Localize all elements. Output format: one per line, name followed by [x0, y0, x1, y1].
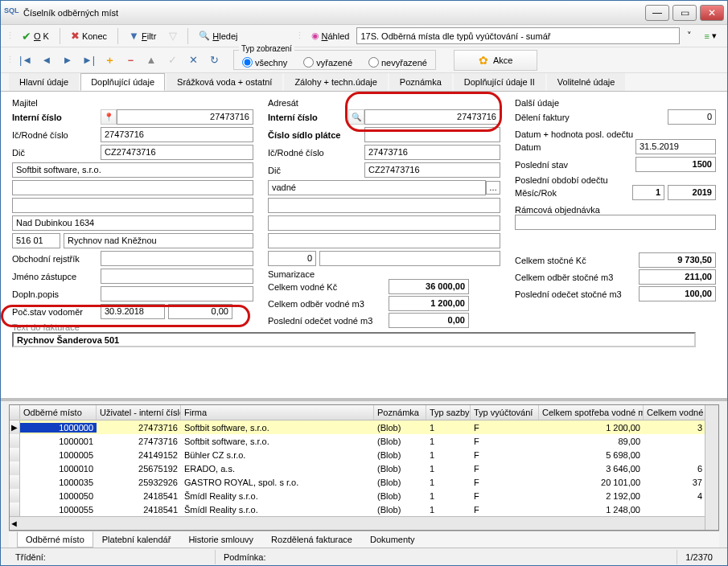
titlebar: SQL Číselník odběrných míst — ▭ ✕: [1, 1, 727, 25]
grid-tabs: Odběrné místo Platební kalendář Historie…: [9, 531, 719, 548]
filter-icon: ▼: [129, 30, 139, 42]
adresat-blank-4[interactable]: [319, 251, 500, 266]
btab-rozdelena[interactable]: Rozdělená fakturace: [262, 531, 361, 548]
stocne-kc-field: 9 730,50: [639, 252, 716, 268]
table-row[interactable]: 10000502418541Šmídl Reality s.r.o.(Blob)…: [10, 489, 718, 502]
adresat-blank-2[interactable]: [268, 215, 500, 231]
tab-zalohy[interactable]: Zálohy + techn.údaje: [284, 73, 387, 91]
btab-platebni[interactable]: Platební kalendář: [93, 531, 180, 548]
mesto-field[interactable]: Rychnov nad Kněžnou: [64, 233, 253, 248]
psc-field[interactable]: 516 01: [12, 233, 60, 248]
poslstav-field[interactable]: 1500: [635, 157, 716, 172]
next-button[interactable]: ►: [58, 51, 77, 70]
h-scrollbar[interactable]: ◄►: [10, 516, 718, 530]
mesic-field[interactable]: 1: [632, 185, 664, 200]
main-window: SQL Číselník odběrných míst — ▭ ✕ ⋮ ✔OOK…: [0, 0, 728, 566]
blank-field-1[interactable]: [12, 180, 253, 195]
lookup-icon-button[interactable]: 🔍: [348, 109, 364, 125]
gear-icon: ✿: [479, 54, 488, 67]
btab-historie[interactable]: Historie smlouvy: [179, 531, 262, 548]
radio-nevyrazene[interactable]: nevyřazené: [368, 57, 427, 68]
tab-hlavni[interactable]: Hlavní údaje: [9, 73, 79, 91]
table-row[interactable]: 100001025675192ERADO, a.s.(Blob)1F3 646,…: [10, 461, 718, 475]
datum-field[interactable]: 31.5.2019: [635, 139, 716, 154]
minimize-button[interactable]: —: [645, 5, 669, 21]
zero-field[interactable]: 0: [268, 251, 316, 266]
vadne-lookup-button[interactable]: …: [486, 181, 500, 195]
cancel-edit-button[interactable]: ✕: [183, 51, 203, 70]
edit-button[interactable]: ▲: [142, 51, 161, 70]
adresat-dic-field[interactable]: CZ27473716: [364, 162, 500, 178]
tab-doplnujici2[interactable]: Doplňující údaje II: [454, 73, 545, 91]
app-icon: SQL: [4, 6, 20, 19]
status-trideni: Třídění:: [7, 550, 54, 564]
table-row[interactable]: 100000524149152Bühler CZ s.r.o.(Blob)1F5…: [10, 448, 718, 461]
zastupce-field[interactable]: [101, 269, 253, 284]
window-title: Číselník odběrných míst: [20, 8, 645, 18]
filtr-button[interactable]: ▼Filtr: [123, 27, 162, 45]
deleni-field[interactable]: 0: [668, 109, 716, 125]
toolbar-main: ⋮ ✔OOKK ✖Konec ▼Filtr ▽ 🔍Hledej ⋮ ◉Náhle…: [1, 25, 727, 47]
adresat-blank-1[interactable]: [268, 198, 500, 213]
dic-field[interactable]: CZ27473716: [101, 145, 253, 160]
combo-dropdown[interactable]: ˅: [681, 27, 697, 45]
ok-button[interactable]: ✔OOKK: [16, 27, 55, 45]
form-tabs: Hlavní údaje Doplňující údaje Srážková v…: [1, 73, 727, 92]
rok-field[interactable]: 2019: [668, 185, 716, 200]
maximize-button[interactable]: ▭: [672, 5, 697, 21]
first-button[interactable]: |◄: [16, 51, 35, 70]
confirm-button[interactable]: ✓: [162, 51, 182, 70]
grid-section: Odběrné místo Uživatel - interní číslo F…: [1, 398, 727, 548]
status-podminka: Podmínka:: [215, 550, 274, 564]
ulice-field[interactable]: Nad Dubinkou 1634: [12, 215, 253, 231]
label-dic: Dič: [12, 148, 101, 158]
adresat-interni-field[interactable]: 27473716: [364, 109, 500, 125]
table-row[interactable]: 100000127473716Softbit software, s.r.o.(…: [10, 434, 718, 448]
grid-header: Odběrné místo Uživatel - interní číslo F…: [10, 405, 718, 420]
add-button[interactable]: ＋: [100, 51, 119, 70]
table-row[interactable]: 100003525932926GASTRO ROYAL, spol. s r.o…: [10, 475, 718, 489]
tab-poznamka[interactable]: Poznámka: [389, 73, 452, 91]
konec-button[interactable]: ✖Konec: [65, 27, 113, 45]
refresh-button[interactable]: ↻: [204, 51, 224, 70]
celkem-m3-field: 1 200,00: [389, 296, 469, 311]
map-icon-button[interactable]: 📍: [101, 109, 117, 125]
vadne-field[interactable]: vadné: [268, 180, 486, 195]
nahled-button[interactable]: ◉Náhled: [306, 27, 356, 45]
pocstav-val-field[interactable]: 0,00: [168, 304, 232, 319]
firma-field[interactable]: Softbit software, s.r.o.: [12, 162, 253, 178]
doplpopis-field[interactable]: [101, 286, 253, 301]
last-button[interactable]: ►|: [79, 51, 98, 70]
grid-body[interactable]: ▶100000027473716Softbit software, s.r.o.…: [10, 420, 718, 516]
tab-doplnujici[interactable]: Doplňující údaje: [80, 73, 165, 91]
filter-clear-button[interactable]: ▽: [163, 27, 183, 45]
delete-button[interactable]: －: [121, 51, 140, 70]
report-combo[interactable]: 17S. Odběrná místa dle typů vyúčtování -…: [356, 27, 679, 44]
data-grid[interactable]: Odběrné místo Uživatel - interní číslo F…: [9, 404, 719, 531]
table-row[interactable]: 10000552418541Šmídl Reality s.r.o.(Blob)…: [10, 502, 718, 516]
list-icon-button[interactable]: ≡▾: [699, 27, 722, 45]
pocstav-date-field[interactable]: 30.9.2018: [101, 304, 165, 319]
radio-vyrazene[interactable]: vyřazené: [303, 57, 352, 68]
icrodne-field[interactable]: 27473716: [101, 127, 253, 142]
table-row[interactable]: ▶100000027473716Softbit software, s.r.o.…: [10, 420, 718, 434]
tab-volitelne[interactable]: Volitelné údaje: [547, 73, 626, 91]
akce-button[interactable]: ✿Akce: [454, 50, 537, 71]
sidlo-field[interactable]: [364, 127, 500, 142]
blank-field-2[interactable]: [12, 198, 253, 213]
interni-field[interactable]: 27473716: [117, 109, 253, 125]
hledej-button[interactable]: 🔍Hledej: [193, 27, 243, 45]
radio-vsechny[interactable]: všechny: [242, 57, 287, 68]
close-icon: ✖: [71, 30, 80, 42]
prev-button[interactable]: ◄: [37, 51, 56, 70]
eye-icon: ◉: [311, 31, 319, 41]
obchrej-field[interactable]: [101, 251, 253, 266]
adresat-blank-3[interactable]: [268, 233, 500, 248]
tab-srazkova[interactable]: Srážková voda + ostatní: [167, 73, 282, 91]
v-scrollbar[interactable]: [705, 405, 718, 530]
btab-odberne[interactable]: Odběrné místo: [17, 531, 93, 548]
btab-dokumenty[interactable]: Dokumenty: [361, 531, 424, 548]
adresat-icrodne-field[interactable]: 27473716: [364, 145, 500, 160]
ramcova-field[interactable]: [515, 215, 716, 230]
close-button[interactable]: ✕: [700, 5, 724, 21]
